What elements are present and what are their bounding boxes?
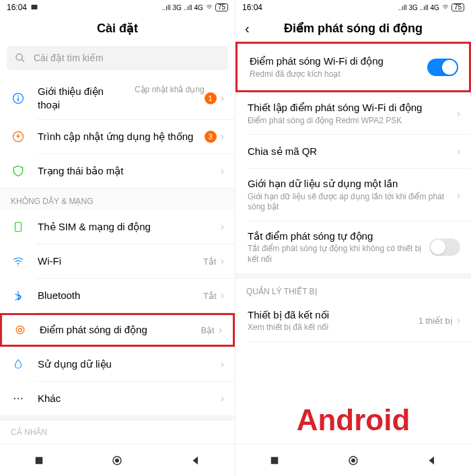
row-qr-share[interactable]: Chia sẻ mã QR › bbox=[236, 135, 471, 168]
data-title: Sử dụng dữ liệu bbox=[38, 358, 221, 371]
wifi-icon bbox=[12, 255, 24, 267]
nav-home-icon[interactable] bbox=[347, 454, 359, 467]
connected-value: 1 thiết bị bbox=[419, 316, 453, 326]
status-time: 16:04 bbox=[242, 3, 262, 12]
watermark-text: Android bbox=[236, 403, 471, 437]
section-wireless: KHÔNG DÂY & MẠNG bbox=[0, 188, 235, 210]
row-bluetooth[interactable]: Bluetooth Tắt› bbox=[0, 279, 235, 312]
hotspot-toggle[interactable] bbox=[427, 59, 458, 76]
hotspot-title: Điểm phát sóng di động bbox=[40, 323, 201, 337]
row-security-status[interactable]: Trạng thái bảo mật › bbox=[0, 154, 235, 188]
about-badge: 1 bbox=[205, 92, 217, 104]
chevron-right-icon: › bbox=[221, 92, 224, 104]
nav-home-icon[interactable] bbox=[111, 454, 123, 467]
hotspot-value: Bật bbox=[201, 325, 214, 335]
nav-back-icon[interactable] bbox=[426, 454, 438, 467]
row-connected-devices[interactable]: Thiết bị đã kết nối Xem thiết bị đã kết … bbox=[236, 300, 471, 341]
svg-line-2 bbox=[22, 59, 24, 62]
wifi-icon bbox=[205, 4, 213, 11]
wifi-icon bbox=[441, 4, 449, 11]
qr-title: Chia sẻ mã QR bbox=[248, 145, 457, 158]
shield-icon bbox=[11, 164, 25, 178]
chevron-right-icon: › bbox=[457, 108, 460, 120]
page-title: Cài đặt bbox=[97, 21, 138, 36]
auto-off-toggle[interactable] bbox=[429, 238, 460, 256]
svg-point-8 bbox=[17, 265, 19, 266]
chevron-right-icon: › bbox=[219, 324, 222, 336]
search-input[interactable]: Cài đặt tìm kiếm bbox=[7, 46, 228, 70]
row-setup-hotspot[interactable]: Thiết lập điểm phát sóng Wi-Fi di động Đ… bbox=[236, 93, 471, 134]
hotspot-screen: 16:04 ..ıll3G..ıll4G 75 ‹ Điểm phát sóng… bbox=[236, 0, 471, 476]
updater-badge: 3 bbox=[205, 131, 217, 143]
hotspot-icon bbox=[13, 323, 27, 337]
svg-rect-5 bbox=[17, 98, 19, 101]
chevron-right-icon: › bbox=[221, 393, 224, 405]
chevron-right-icon: › bbox=[457, 314, 460, 327]
connected-sub: Xem thiết bị đã kết nối bbox=[248, 322, 419, 333]
svg-rect-17 bbox=[271, 456, 279, 464]
row-portable-hotspot[interactable]: Điểm phát sóng Wi-Fi di động Redmi đã đư… bbox=[236, 42, 471, 92]
svg-point-11 bbox=[13, 398, 15, 400]
row-hotspot[interactable]: Điểm phát sóng di động Bật› bbox=[0, 313, 235, 347]
info-icon bbox=[11, 92, 25, 105]
more-title: Khác bbox=[38, 392, 221, 405]
chevron-right-icon: › bbox=[221, 131, 224, 143]
chevron-right-icon: › bbox=[457, 189, 460, 201]
section-personal: CÁ NHÂN bbox=[0, 421, 235, 437]
row-system-updater[interactable]: Trình cập nhật ứng dụng hệ thống 3› bbox=[0, 120, 235, 154]
row-auto-off[interactable]: Tắt điểm phát sóng tự động Tắt điểm phát… bbox=[236, 222, 471, 273]
nav-recent-icon[interactable] bbox=[268, 454, 281, 467]
portable-hotspot-sub: Redmi đã được kích hoạt bbox=[250, 69, 427, 80]
chevron-right-icon: › bbox=[221, 165, 224, 177]
svg-point-10 bbox=[16, 326, 24, 334]
updater-title: Trình cập nhật ứng dụng hệ thống bbox=[38, 130, 205, 143]
svg-point-4 bbox=[17, 95, 19, 96]
setup-hotspot-title: Thiết lập điểm phát sóng Wi-Fi di động bbox=[248, 101, 457, 114]
status-bar: 16:04 ..ıll3G..ıll4G 75 bbox=[236, 0, 471, 15]
row-sim[interactable]: Thẻ SIM & mạng di động › bbox=[0, 210, 235, 244]
settings-screen: 16:04 ..ıll3G..ıll4G 75 Cài đặt Cài đặt … bbox=[0, 0, 236, 476]
chevron-right-icon: › bbox=[221, 221, 224, 233]
svg-rect-0 bbox=[32, 5, 38, 9]
title-bar: Cài đặt bbox=[0, 15, 235, 42]
setup-hotspot-sub: Điểm phát sóng di động Redmi WPA2 PSK bbox=[248, 116, 457, 127]
droplet-icon bbox=[12, 358, 24, 370]
data-limit-title: Giới hạn dữ liệu sử dụng một lần bbox=[248, 177, 457, 191]
row-wifi[interactable]: Wi-Fi Tắt› bbox=[0, 244, 235, 278]
security-title: Trạng thái bảo mật bbox=[38, 164, 221, 178]
nav-back-icon[interactable] bbox=[190, 454, 202, 467]
data-limit-sub: Giới hạn dữ liệu sẽ được áp dụng lần tới… bbox=[248, 192, 457, 213]
chevron-right-icon: › bbox=[221, 290, 224, 302]
sim-title: Thẻ SIM & mạng di động bbox=[38, 220, 221, 234]
row-more[interactable]: Khác › bbox=[0, 382, 235, 415]
row-about-phone[interactable]: Giới thiệu điện thoại Cập nhật khả dụng … bbox=[0, 77, 235, 119]
status-right: ..ıll3G..ıll4G 75 bbox=[162, 3, 228, 11]
svg-point-16 bbox=[115, 458, 119, 463]
nav-bar bbox=[236, 444, 471, 476]
search-placeholder: Cài đặt tìm kiếm bbox=[34, 53, 104, 63]
back-button[interactable]: ‹ bbox=[245, 21, 250, 36]
wifi-title: Wi-Fi bbox=[38, 254, 203, 268]
connected-title: Thiết bị đã kết nối bbox=[248, 308, 419, 322]
chevron-right-icon: › bbox=[221, 255, 224, 267]
portable-hotspot-title: Điểm phát sóng Wi-Fi di động bbox=[250, 55, 427, 68]
auto-off-sub: Tắt điểm phát sóng tự động khi không có … bbox=[248, 244, 429, 265]
svg-point-1 bbox=[16, 54, 22, 60]
chevron-right-icon: › bbox=[221, 358, 224, 370]
bt-title: Bluetooth bbox=[38, 289, 203, 302]
message-icon bbox=[30, 3, 38, 11]
nav-bar bbox=[0, 444, 235, 476]
svg-point-13 bbox=[21, 398, 23, 400]
sim-icon bbox=[12, 221, 24, 233]
search-icon bbox=[15, 53, 26, 63]
bluetooth-icon bbox=[12, 290, 24, 302]
row-data-usage[interactable]: Sử dụng dữ liệu › bbox=[0, 347, 235, 381]
svg-rect-7 bbox=[15, 222, 22, 232]
title-bar: ‹ Điểm phát sóng di động bbox=[236, 15, 471, 42]
about-title: Giới thiệu điện thoại bbox=[38, 85, 128, 111]
about-sub: Cập nhật khả dụng bbox=[135, 85, 205, 96]
row-data-limit[interactable]: Giới hạn dữ liệu sử dụng một lần Giới hạ… bbox=[236, 169, 471, 221]
svg-rect-14 bbox=[36, 456, 43, 464]
svg-point-12 bbox=[17, 398, 20, 400]
nav-recent-icon[interactable] bbox=[33, 454, 45, 467]
